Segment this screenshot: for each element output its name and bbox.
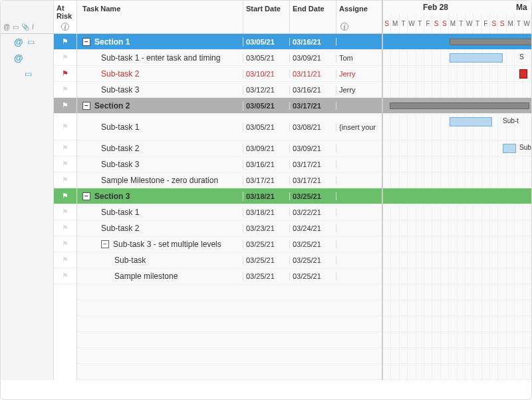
end-date-cell[interactable]: 03/09/21 (290, 144, 336, 152)
task-name-cell[interactable]: Sub-task 3 (77, 85, 243, 95)
end-date-cell[interactable]: 03/25/21 (290, 240, 336, 248)
end-date-cell[interactable]: 03/09/21 (290, 54, 336, 62)
comment-icon[interactable]: ▭ (25, 69, 32, 79)
gantt-bar[interactable] (450, 117, 492, 126)
task-row[interactable]: −Sub-task 3 - set multiple levels03/25/2… (77, 236, 382, 252)
gantt-row[interactable]: S (383, 50, 531, 66)
gantt-bar[interactable] (450, 53, 503, 63)
end-date-cell[interactable]: 03/17/21 (290, 102, 336, 110)
gantt-row[interactable]: Sub (383, 140, 531, 156)
start-date-cell[interactable]: 03/18/21 (243, 192, 290, 200)
assigned-cell[interactable]: {insert your name} (336, 123, 376, 131)
flag-cell[interactable]: ⚑ (54, 34, 76, 50)
task-name-cell[interactable]: −Section 2 (77, 101, 243, 110)
end-date-cell[interactable]: 03/08/21 (290, 123, 336, 131)
flag-cell[interactable]: ⚑ (54, 114, 76, 140)
flag-cell[interactable]: ⚑ (54, 172, 76, 188)
flag-cell[interactable]: ⚑ (54, 50, 76, 66)
task-name-cell[interactable]: −Section 3 (77, 192, 243, 201)
start-date-cell[interactable]: 03/05/21 (243, 123, 290, 131)
flag-cell[interactable]: ⚑ (54, 156, 76, 172)
end-date-cell[interactable]: 03/17/21 (290, 176, 336, 184)
end-date-cell[interactable]: 03/16/21 (290, 38, 336, 46)
gantt-row[interactable] (383, 66, 531, 82)
task-row[interactable]: Sub-task03/25/2103/25/21 (77, 252, 382, 268)
start-date-cell[interactable]: 03/16/21 (243, 160, 290, 168)
end-date-cell[interactable]: 03/25/21 (290, 272, 336, 280)
assigned-cell[interactable]: Tom (336, 54, 376, 62)
end-date-cell[interactable]: 03/25/21 (290, 192, 336, 200)
gantt-row[interactable] (383, 172, 531, 188)
flag-cell[interactable]: ⚑ (54, 204, 76, 220)
task-name-cell[interactable]: Sample milestone (77, 272, 243, 281)
flag-cell[interactable]: ⚑ (54, 236, 76, 252)
end-date-cell[interactable]: 03/11/21 (290, 70, 336, 78)
start-date-cell[interactable]: 03/25/21 (243, 256, 290, 264)
flag-cell[interactable]: ⚑ (54, 82, 76, 98)
col-task-name[interactable]: Task Name (77, 1, 243, 33)
task-name-cell[interactable]: Sub-task 1 - enter task and timing (77, 53, 243, 63)
start-date-cell[interactable]: 03/09/21 (243, 144, 290, 152)
gantt-bar[interactable] (450, 39, 531, 45)
collapse-button[interactable]: − (101, 240, 109, 248)
start-date-cell[interactable]: 03/18/21 (243, 208, 290, 216)
task-row[interactable]: Sub-task 303/12/2103/16/21Jerry (77, 82, 382, 98)
gantt-row[interactable] (383, 82, 531, 98)
flag-cell[interactable]: ⚑ (54, 252, 76, 268)
task-row[interactable]: Sub-task 203/10/2103/11/21Jerry (77, 66, 382, 82)
col-start-date[interactable]: Start Date (243, 1, 290, 33)
flag-cell[interactable]: ⚑ (54, 188, 76, 204)
task-name-cell[interactable]: Sample Milestone - zero duration (77, 176, 243, 185)
task-name-cell[interactable]: Sub-task 2 (77, 224, 243, 233)
assigned-cell[interactable]: Jerry (336, 86, 376, 94)
comment-icon[interactable]: ▭ (27, 37, 35, 47)
start-date-cell[interactable]: 03/23/21 (243, 224, 290, 232)
start-date-cell[interactable]: 03/05/21 (243, 38, 290, 46)
gantt-row[interactable] (383, 188, 531, 204)
end-date-cell[interactable]: 03/25/21 (290, 256, 336, 264)
mention-icon[interactable]: @ (14, 37, 23, 47)
task-name-cell[interactable]: Sub-task 2 (77, 69, 243, 79)
start-date-cell[interactable]: 03/17/21 (243, 176, 290, 184)
gantt-row[interactable] (383, 204, 531, 220)
start-date-cell[interactable]: 03/05/21 (243, 54, 290, 62)
task-row[interactable]: Sub-task 103/05/2103/08/21{insert your n… (77, 114, 382, 140)
empty-row[interactable] (77, 284, 382, 300)
start-date-cell[interactable]: 03/12/21 (243, 86, 290, 94)
end-date-cell[interactable]: 03/24/21 (290, 224, 336, 232)
collapse-button[interactable]: − (82, 38, 90, 46)
empty-row[interactable] (77, 348, 382, 364)
gantt-row[interactable] (383, 252, 531, 268)
empty-row[interactable] (77, 300, 382, 316)
gantt-row[interactable] (383, 34, 531, 50)
section-row[interactable]: −Section 203/05/2103/17/21 (77, 98, 382, 114)
mention-icon[interactable]: @ (14, 53, 23, 63)
end-date-cell[interactable]: 03/16/21 (290, 86, 336, 94)
task-row[interactable]: Sub-task 203/09/2103/09/21 (77, 140, 382, 156)
flag-cell[interactable]: ⚑ (54, 66, 76, 82)
task-name-cell[interactable]: −Sub-task 3 - set multiple levels (77, 240, 243, 249)
collapse-button[interactable]: − (82, 102, 90, 110)
gantt-section[interactable]: Feb 28 Ma SMTWTFSSMTWTFSSMTW SSub-tSub (383, 1, 531, 380)
gantt-bar[interactable] (390, 102, 529, 109)
gantt-bar[interactable] (519, 69, 527, 79)
start-date-cell[interactable]: 03/25/21 (243, 240, 290, 248)
task-row[interactable]: Sub-task 203/23/2103/24/21 (77, 220, 382, 236)
section-row[interactable]: −Section 303/18/2103/25/21 (77, 188, 382, 204)
col-assigned[interactable]: Assigne i (336, 1, 376, 33)
gantt-row[interactable] (383, 220, 531, 236)
end-date-cell[interactable]: 03/22/21 (290, 208, 336, 216)
task-row[interactable]: Sample Milestone - zero duration03/17/21… (77, 172, 382, 188)
gantt-bar[interactable] (503, 144, 516, 153)
section-row[interactable]: −Section 103/05/2103/16/21 (77, 34, 382, 50)
task-name-cell[interactable]: Sub-task (77, 256, 243, 265)
task-name-cell[interactable]: −Section 1 (77, 37, 243, 47)
empty-row[interactable] (77, 316, 382, 332)
empty-row[interactable] (77, 332, 382, 348)
flag-cell[interactable]: ⚑ (54, 98, 76, 114)
task-row[interactable]: Sub-task 303/16/2103/17/21 (77, 156, 382, 172)
task-row[interactable]: Sub-task 1 - enter task and timing03/05/… (77, 50, 382, 66)
start-date-cell[interactable]: 03/25/21 (243, 272, 290, 280)
flag-cell[interactable]: ⚑ (54, 140, 76, 156)
task-name-cell[interactable]: Sub-task 2 (77, 144, 243, 153)
